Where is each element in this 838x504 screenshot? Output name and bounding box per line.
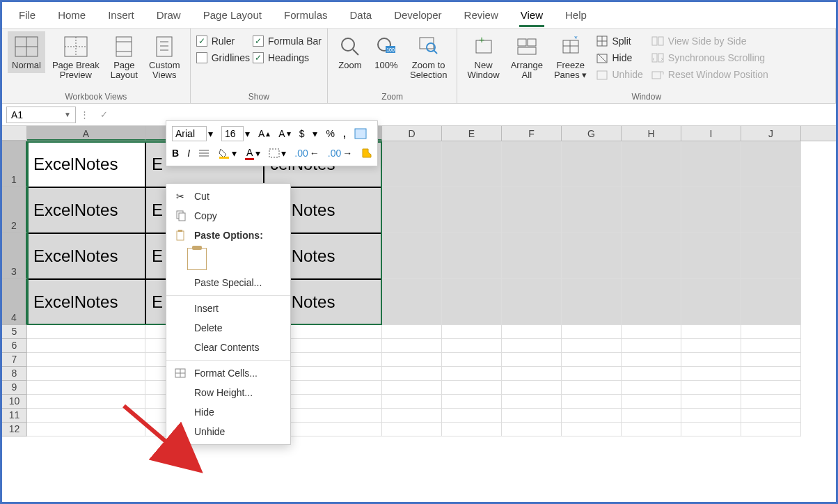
cell[interactable] — [622, 409, 681, 423]
cell[interactable] — [442, 367, 502, 381]
cell[interactable] — [622, 279, 681, 325]
hide-button[interactable]: Hide — [594, 51, 645, 65]
col-header-e[interactable]: E — [442, 126, 502, 141]
cell[interactable] — [27, 409, 145, 423]
cell-a1[interactable]: ExcelNotes — [27, 141, 145, 187]
ctx-unhide[interactable]: Unhide — [166, 422, 290, 441]
cell[interactable] — [741, 409, 801, 423]
cell[interactable] — [681, 423, 741, 436]
cell[interactable] — [562, 187, 622, 233]
cell[interactable] — [382, 423, 442, 436]
cell[interactable] — [382, 187, 442, 233]
conditional-format-button[interactable] — [351, 127, 370, 141]
zoom-selection-button[interactable]: Zoom to Selection — [406, 31, 451, 83]
new-window-button[interactable]: + New Window — [463, 31, 503, 83]
tab-help[interactable]: Help — [554, 3, 598, 26]
ctx-paste-special[interactable]: Paste Special... — [166, 273, 290, 292]
cell-a4[interactable]: ExcelNotes — [27, 279, 145, 325]
cell[interactable] — [442, 381, 502, 395]
cell[interactable] — [442, 187, 502, 233]
cell[interactable] — [502, 279, 562, 325]
cell[interactable] — [502, 367, 562, 381]
cell[interactable] — [502, 409, 562, 423]
cell[interactable] — [562, 395, 622, 409]
cell[interactable] — [382, 279, 442, 325]
tab-view[interactable]: View — [509, 3, 554, 26]
row-header-8[interactable]: 8 — [2, 367, 27, 381]
col-header-i[interactable]: I — [681, 126, 741, 141]
cell[interactable] — [681, 187, 741, 233]
cell[interactable] — [502, 395, 562, 409]
decrease-decimal-button[interactable]: .00← — [292, 146, 322, 160]
row-header-5[interactable]: 5 — [2, 325, 27, 339]
cell[interactable] — [622, 339, 681, 353]
cell[interactable] — [681, 353, 741, 367]
cell[interactable] — [741, 339, 801, 353]
row-header-1[interactable]: 1 — [2, 141, 27, 187]
gridlines-checkbox[interactable]: Gridlines — [196, 51, 250, 65]
cell[interactable] — [442, 353, 502, 367]
freeze-panes-button[interactable]: * Freeze Panes ▾ — [550, 31, 592, 83]
row-header-6[interactable]: 6 — [2, 339, 27, 353]
cell[interactable] — [622, 233, 681, 279]
row-header-11[interactable]: 11 — [2, 409, 27, 423]
cell[interactable] — [622, 423, 681, 436]
page-break-preview-button[interactable]: Page Break Preview — [48, 31, 104, 83]
row-header-2[interactable]: 2 — [2, 187, 27, 233]
col-header-g[interactable]: G — [562, 126, 622, 141]
cell[interactable] — [442, 141, 502, 187]
cell[interactable] — [502, 233, 562, 279]
format-painter-button[interactable] — [358, 146, 374, 160]
split-button[interactable]: Split — [594, 34, 645, 48]
cell[interactable] — [622, 381, 681, 395]
cell[interactable] — [502, 141, 562, 187]
ctx-hide[interactable]: Hide — [166, 402, 290, 422]
tab-data[interactable]: Data — [338, 3, 383, 26]
cell[interactable] — [741, 367, 801, 381]
row-header-10[interactable]: 10 — [2, 395, 27, 409]
cell[interactable] — [681, 233, 741, 279]
cell[interactable] — [622, 325, 681, 339]
cell[interactable] — [741, 325, 801, 339]
cell[interactable] — [382, 409, 442, 423]
cell[interactable] — [27, 367, 145, 381]
cell[interactable] — [442, 325, 502, 339]
col-header-f[interactable]: F — [502, 126, 562, 141]
zoom-button[interactable]: Zoom — [333, 31, 367, 73]
borders-button[interactable]: ▾ — [266, 146, 289, 160]
tab-page-layout[interactable]: Page Layout — [192, 3, 273, 26]
cell[interactable] — [622, 395, 681, 409]
cell[interactable] — [442, 339, 502, 353]
arrange-all-button[interactable]: Arrange All — [507, 31, 547, 83]
comma-style-button[interactable]: , — [340, 127, 349, 141]
cell-a2[interactable]: ExcelNotes — [27, 187, 145, 233]
cell[interactable] — [502, 423, 562, 436]
custom-views-button[interactable]: Custom Views — [145, 31, 184, 83]
cell[interactable] — [562, 353, 622, 367]
cell[interactable] — [27, 353, 145, 367]
cell[interactable] — [442, 423, 502, 436]
cell[interactable] — [741, 395, 801, 409]
col-header-j[interactable]: J — [741, 126, 801, 141]
cell[interactable] — [27, 423, 145, 436]
tab-file[interactable]: File — [8, 3, 47, 26]
normal-view-button[interactable]: Normal — [8, 31, 45, 73]
col-header-d[interactable]: D — [382, 126, 442, 141]
cell[interactable] — [562, 325, 622, 339]
row-header-7[interactable]: 7 — [2, 353, 27, 367]
tab-insert[interactable]: Insert — [97, 3, 145, 26]
tab-review[interactable]: Review — [453, 3, 509, 26]
tab-developer[interactable]: Developer — [383, 3, 452, 26]
col-header-a[interactable]: A — [27, 126, 145, 141]
ctx-copy[interactable]: Copy — [166, 206, 290, 226]
cell[interactable] — [382, 381, 442, 395]
cell[interactable] — [622, 141, 681, 187]
cell[interactable] — [382, 233, 442, 279]
tab-home[interactable]: Home — [47, 3, 97, 26]
fill-color-button[interactable]: ▾ — [215, 146, 239, 160]
align-button[interactable] — [196, 147, 212, 159]
cell[interactable] — [442, 409, 502, 423]
increase-decimal-button[interactable]: .00→ — [325, 146, 355, 160]
ctx-delete[interactable]: Delete — [166, 318, 290, 338]
font-combo[interactable]: ▾ — [169, 125, 216, 143]
